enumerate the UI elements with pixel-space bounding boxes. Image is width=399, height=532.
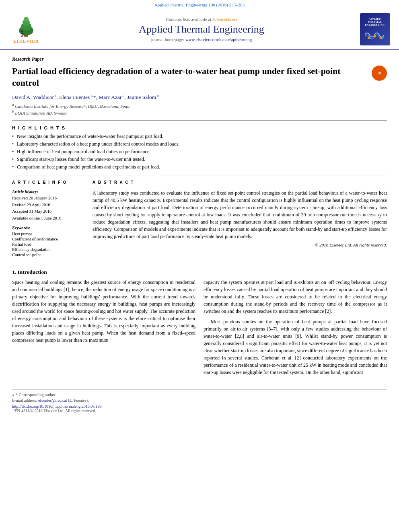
keyword-1: Heat pumps bbox=[12, 232, 84, 236]
star-symbol: ⁎ bbox=[12, 392, 14, 397]
keyword-5: Control set-point bbox=[12, 253, 84, 257]
journal-logo-right: APPLIEDTHERMALENGINEERING bbox=[359, 13, 391, 45]
page-footer: ⁎ * Corresponding author. E-mail address… bbox=[12, 389, 387, 413]
author-sep3: , bbox=[124, 94, 127, 100]
journal-logo-box: APPLIEDTHERMALENGINEERING bbox=[360, 13, 390, 45]
elsevier-label-text: ELSEVIER bbox=[13, 39, 39, 43]
authors-line: David A. Waddicor a, Elena Fuentes a,*, … bbox=[12, 93, 387, 101]
highlight-item-1: New insights on the performance of water… bbox=[12, 134, 387, 140]
highlight-item-3: High influence of heat pump control and … bbox=[12, 149, 387, 155]
abstract-text: A laboratory study was conducted to eval… bbox=[93, 189, 387, 240]
keywords-label: Keywords: bbox=[12, 226, 84, 230]
crossmark-icon: ✕ bbox=[378, 71, 381, 76]
svg-line-10 bbox=[22, 35, 23, 37]
email-line: E-mail address: efuentes@irec.cat (E. Fu… bbox=[12, 398, 89, 403]
divider-2 bbox=[12, 175, 387, 175]
intro-body-cols: Space heating and cooling remains the gr… bbox=[12, 279, 387, 379]
divider-3 bbox=[12, 264, 387, 264]
divider-1 bbox=[12, 120, 387, 121]
journal-main-title: Applied Thermal Engineering bbox=[48, 23, 355, 35]
sciencedirect-link[interactable]: ScienceDirect bbox=[212, 17, 237, 22]
highlights-list: New insights on the performance of water… bbox=[12, 134, 387, 170]
section-1-number: 1. bbox=[12, 269, 16, 275]
main-content: Research Paper Partial load efficiency d… bbox=[0, 50, 399, 385]
history-received: Received 20 January 2016 bbox=[12, 195, 84, 201]
intro-para-1: Space heating and cooling remains the gr… bbox=[12, 279, 195, 344]
journal-homepage: journal homepage: www.elsevier.com/locat… bbox=[48, 37, 355, 42]
keyword-3: Partial load bbox=[12, 242, 84, 246]
highlight-item-4: Significant start-up losses found for th… bbox=[12, 156, 387, 162]
history-available: Available online 1 June 2016 bbox=[12, 216, 84, 222]
intro-col-right: capacity the system operates at part loa… bbox=[204, 279, 387, 379]
author-salom: Jaume Salom bbox=[127, 94, 156, 100]
email-address[interactable]: efuentes@irec.cat bbox=[38, 398, 67, 403]
doi-line: http://dx.doi.org/10.1016/j.applthermale… bbox=[12, 404, 387, 409]
journal-title-center: Contents lists available at ScienceDirec… bbox=[48, 17, 355, 42]
author-azar: Marc Azar bbox=[99, 94, 121, 100]
article-info-label: A R T I C L E I N F O bbox=[12, 180, 84, 186]
logo-title-text: APPLIEDTHERMALENGINEERING bbox=[365, 18, 385, 27]
logo-wave-icon bbox=[365, 29, 385, 41]
homepage-prefix: journal homepage: bbox=[151, 37, 185, 42]
intro-para-2: capacity the system operates at part loa… bbox=[204, 279, 387, 315]
intro-para-3: Most previous studies on the operation o… bbox=[204, 318, 387, 376]
journal-reference-text: Applied Thermal Engineering 106 (2016) 2… bbox=[154, 2, 245, 7]
author-waddicor: David A. Waddicor bbox=[12, 94, 54, 100]
section-1-label: Introduction bbox=[18, 269, 47, 275]
aff-sup-b: b bbox=[12, 109, 14, 113]
highlights-header: H I G H L I G H T S bbox=[12, 125, 387, 130]
abstract-label: A B S T R A C T bbox=[93, 180, 387, 186]
svg-point-5 bbox=[21, 31, 23, 33]
issn-line: 1359-4311/© 2016 Elsevier Ltd. All right… bbox=[12, 409, 387, 413]
author-fuentes: Elena Fuentes bbox=[59, 94, 90, 100]
sciencedirect-line: Contents lists available at ScienceDirec… bbox=[48, 17, 355, 22]
page-wrapper: Applied Thermal Engineering 106 (2016) 2… bbox=[0, 0, 399, 532]
article-info-col: A R T I C L E I N F O Article history: R… bbox=[12, 180, 84, 258]
sup-a3: a bbox=[156, 93, 158, 97]
paper-type-label: Research Paper bbox=[12, 56, 387, 62]
footer-left: ⁎ * Corresponding author. E-mail address… bbox=[12, 392, 89, 403]
sup-a2: a, bbox=[90, 93, 93, 97]
email-label: E-mail address: bbox=[12, 398, 38, 403]
homepage-url[interactable]: www.elsevier.com/locate/apthermeng bbox=[185, 37, 252, 42]
svg-point-11 bbox=[368, 37, 370, 39]
email-suffix: (E. Fuentes). bbox=[68, 398, 88, 403]
article-info-abstract-row: A R T I C L E I N F O Article history: R… bbox=[12, 180, 387, 258]
intro-col-left: Space heating and cooling remains the gr… bbox=[12, 279, 195, 379]
affiliation-a: a Catalonia Institute for Energy Researc… bbox=[12, 103, 387, 109]
svg-point-12 bbox=[374, 35, 376, 37]
svg-point-13 bbox=[380, 37, 382, 39]
corresponding-text: * Corresponding author. bbox=[16, 392, 57, 397]
history-accepted: Accepted 31 May 2016 bbox=[12, 209, 84, 215]
elsevier-tree-icon bbox=[10, 15, 42, 37]
paper-title-row: Partial load efficiency degradation of a… bbox=[12, 66, 387, 88]
doi-url[interactable]: http://dx.doi.org/10.1016/j.applthermale… bbox=[12, 404, 102, 409]
history-revised: Revised 29 April 2016 bbox=[12, 202, 84, 208]
section-1-title: 1. Introduction bbox=[12, 269, 387, 275]
abstract-copyright: © 2016 Elsevier Ltd. All rights reserved… bbox=[93, 242, 387, 247]
introduction-section: 1. Introduction Space heating and coolin… bbox=[12, 269, 387, 379]
journal-header: ELSEVIER Contents lists available at Sci… bbox=[0, 9, 399, 50]
crossmark-badge: ✕ bbox=[372, 66, 387, 81]
sciencedirect-prefix: Contents lists available at bbox=[166, 17, 212, 22]
aff-sup-a: a bbox=[12, 103, 14, 107]
highlight-item-5: Comparison of heat pump model prediction… bbox=[12, 164, 387, 170]
affiliation-b: b EQIA Simulation AB, Sweden bbox=[12, 109, 387, 115]
paper-title: Partial load efficiency degradation of a… bbox=[12, 66, 368, 88]
elsevier-logo: ELSEVIER bbox=[8, 15, 44, 43]
abstract-col: A B S T R A C T A laboratory study was c… bbox=[93, 180, 387, 258]
keyword-2: Coefficient of performance bbox=[12, 237, 84, 241]
svg-point-4 bbox=[24, 17, 29, 22]
keyword-4: Efficiency degradation bbox=[12, 247, 84, 252]
highlight-item-2: Laboratory characterisation of a heat pu… bbox=[12, 141, 387, 147]
journal-reference-bar: Applied Thermal Engineering 106 (2016) 2… bbox=[0, 0, 399, 9]
corresponding-note: ⁎ * Corresponding author. bbox=[12, 392, 89, 397]
article-history-label: Article history: bbox=[12, 189, 84, 194]
